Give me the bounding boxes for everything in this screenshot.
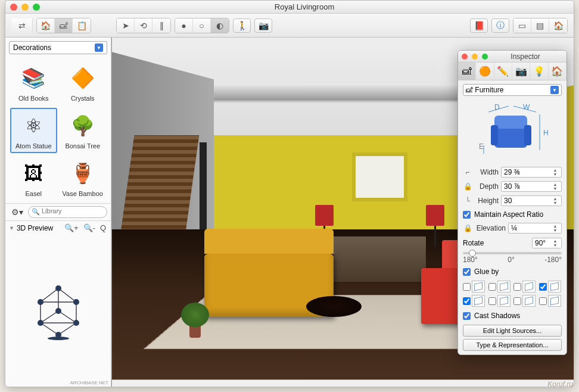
svg-rect-22 [524,125,531,145]
view-furniture-button[interactable]: 🏠 [37,18,55,33]
height-row: └ Height 30▲▼ [463,194,562,208]
zoom-in-button[interactable]: 🔍+ [63,223,80,232]
rotate-slider[interactable] [463,252,562,254]
zoom-reset-button[interactable]: Q [99,223,107,232]
search-input[interactable] [42,207,102,214]
layout-2d-button[interactable]: ▭ [513,18,531,33]
chevron-down-icon: ▼ [550,86,559,94]
shadows-checkbox[interactable]: Cast Shadows [463,309,562,322]
pause-tool-button[interactable]: ‖ [152,18,170,33]
type-repr-button[interactable]: Type & Representation... [463,339,562,351]
glue-option[interactable] [513,281,537,293]
glue-option[interactable] [539,295,562,307]
tab-light[interactable]: 💡 [530,63,548,80]
library-row: ⚙▾ [5,203,111,220]
gear-icon[interactable]: ⚙▾ [9,207,26,217]
object-item[interactable]: 🔶Crystals [60,60,107,105]
maximize-icon[interactable] [33,4,40,11]
layout-3d-button[interactable]: ▤ [531,18,549,33]
minimize-icon[interactable] [472,54,478,60]
tab-furniture[interactable]: 🛋 [458,63,476,80]
svg-line-9 [41,311,58,323]
view-list-button[interactable]: 📋 [73,18,91,33]
object-item[interactable]: 📚Old Books [10,60,57,105]
minimize-icon[interactable] [21,4,29,11]
walk-button[interactable]: 🚶 [233,18,251,33]
width-field[interactable]: 29 ⅜▲▼ [501,167,562,178]
tab-material[interactable]: 🟠 [476,63,494,80]
record-button[interactable]: ● [175,18,193,33]
tab-camera[interactable]: 📷 [512,63,530,80]
tab-edit[interactable]: ✏️ [494,63,512,80]
aspect-ratio-checkbox[interactable]: Maintain Aspect Ratio [463,208,562,221]
tab-building[interactable]: 🏠 [549,63,566,80]
glue-option[interactable] [488,295,512,307]
record-half-button[interactable]: ◐ [211,18,229,33]
horizontal-scrollbar[interactable] [112,379,574,387]
zoom-out-button[interactable]: 🔍- [82,223,96,232]
close-icon[interactable] [10,4,17,11]
width-row: ⌐ Width 29 ⅜▲▼ [463,165,562,179]
disclosure-icon[interactable]: ▼ [9,225,14,231]
glue-checkbox[interactable]: Glue by [463,265,562,278]
cube-icon [472,281,485,293]
info-button[interactable]: ⓘ [491,18,509,33]
stepper-icon[interactable]: ▲▼ [552,197,559,205]
object-item[interactable]: ⚛Atom Statue [10,108,57,153]
stepper-icon[interactable]: ▲▼ [552,224,559,232]
object-item[interactable]: 🖼Easel [10,155,57,201]
lock-icon[interactable]: 🔒 [463,224,472,232]
category-dropdown[interactable]: Decorations ▼ [9,41,107,54]
stepper-icon[interactable]: ▲▼ [552,182,559,191]
glue-option[interactable] [539,281,562,293]
pointer-tool-button[interactable]: ➤ [117,18,135,33]
preview-header: ▼ 3D Preview 🔍+ 🔍- Q [5,220,111,235]
object-thumb-icon: 📚 [19,64,48,92]
svg-point-14 [55,308,61,314]
back-forward-button[interactable]: ⇄ [11,18,33,33]
maximize-icon[interactable] [482,54,488,60]
stepper-icon[interactable]: ▲▼ [552,239,559,247]
rotate-label: Rotate [463,239,484,247]
window-controls [10,4,40,11]
slider-thumb[interactable] [469,250,476,257]
layout-home-button[interactable]: 🏠 [549,18,567,33]
object-label: Atom Statue [15,142,52,150]
svg-point-11 [55,285,61,291]
elevation-field[interactable]: ¼▲▼ [508,223,562,234]
object-thumb-icon: 🏺 [69,159,97,188]
record-outline-button[interactable]: ○ [193,18,211,33]
edit-light-button[interactable]: Edit Light Sources... [463,325,562,337]
cube-icon [548,295,561,307]
close-icon[interactable] [462,54,468,60]
depth-field[interactable]: 30 ⅞▲▼ [501,181,562,192]
record-group: ● ○ ◐ [175,18,229,33]
camera-button[interactable]: 📷 [254,18,272,33]
glue-option[interactable] [463,281,486,293]
search-field[interactable] [28,206,107,218]
height-field[interactable]: 30▲▼ [501,195,562,206]
lock-icon[interactable]: 🔒 [463,182,472,191]
view-seating-button[interactable]: 🛋 [55,18,73,33]
preview-3d[interactable]: ARCHIBASE NET [5,235,111,387]
glue-option[interactable] [463,295,486,307]
rotate-field[interactable]: 90°▲▼ [532,238,562,248]
inspector-titlebar: Inspector [458,51,566,63]
rotate-tool-button[interactable]: ⟲ [135,18,152,33]
cube-icon [548,281,561,293]
svg-rect-19 [494,126,527,148]
materials-button[interactable]: 📕 [470,18,488,33]
object-item[interactable]: 🏺Vase Bamboo [60,155,107,201]
svg-point-15 [38,320,43,326]
object-type-dropdown[interactable]: 🛋 Furniture ▼ [463,84,562,96]
tool-group: ➤ ⟲ ‖ [116,18,171,33]
glue-option[interactable] [488,281,512,293]
width-label: Width [475,168,499,176]
stepper-icon[interactable]: ▲▼ [552,168,559,176]
object-thumb-icon: ⚛ [19,111,48,140]
object-item[interactable]: 🌳Bonsai Tree [60,108,107,153]
width-icon: ⌐ [463,168,472,176]
view-mode-group: 🏠 🛋 📋 [36,18,91,33]
window-title: Royal Livingroom [40,2,569,11]
glue-option[interactable] [513,295,537,307]
